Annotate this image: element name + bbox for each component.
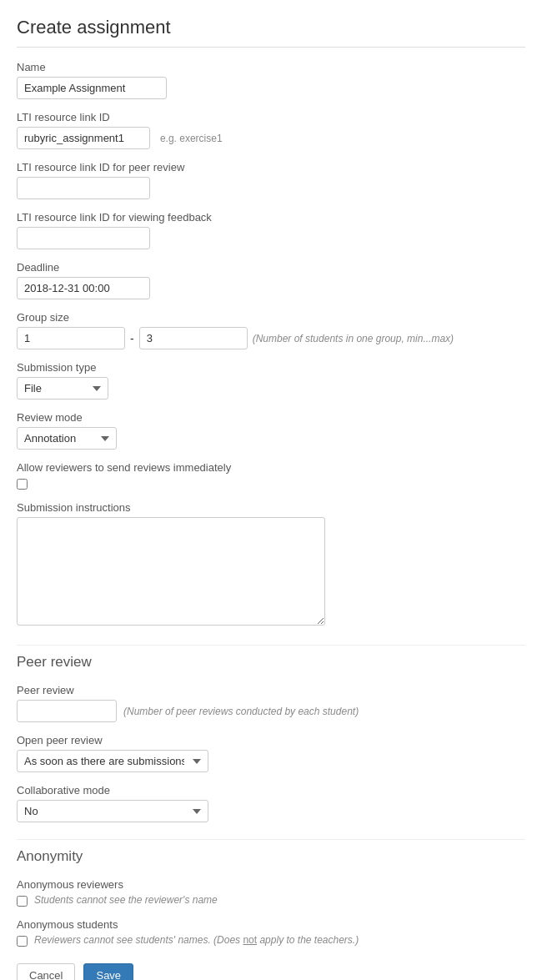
submission-type-group: Submission type File Text URL <box>17 361 525 400</box>
name-group: Name <box>17 61 525 99</box>
peer-review-title: Peer review <box>17 654 525 671</box>
collaborative-group: Collaborative mode No Yes <box>17 784 525 822</box>
submission-instructions-group: Submission instructions <box>17 501 525 628</box>
group-size-separator: - <box>130 332 134 345</box>
deadline-group: Deadline <box>17 261 525 299</box>
anonymous-students-hint: Reviewers cannot see students' names. (D… <box>34 934 359 946</box>
group-size-hint: (Number of students in one group, min...… <box>253 333 454 344</box>
save-button[interactable]: Save <box>83 963 133 980</box>
actions-row: Cancel Save <box>17 963 525 980</box>
anonymous-students-checkbox[interactable] <box>17 936 28 947</box>
group-min-input[interactable] <box>17 327 125 349</box>
allow-reviewers-row <box>17 477 525 490</box>
group-max-input[interactable] <box>139 327 248 349</box>
anonymous-reviewers-label: Anonymous reviewers <box>17 878 525 891</box>
lti-peer-input[interactable] <box>17 177 150 199</box>
peer-review-section: Peer review (Number of peer reviews cond… <box>17 684 525 822</box>
anonymity-title: Anonymity <box>17 848 525 865</box>
page-title: Create assignment <box>17 17 525 48</box>
allow-reviewers-label: Allow reviewers to send reviews immediat… <box>17 461 525 474</box>
lti-peer-label: LTI resource link ID for peer review <box>17 161 525 173</box>
anonymous-reviewers-checkbox[interactable] <box>17 896 28 907</box>
main-form: Name LTI resource link ID e.g. exercise1… <box>17 61 525 628</box>
lti-feedback-group: LTI resource link ID for viewing feedbac… <box>17 211 525 249</box>
anonymous-reviewers-hint: Students cannot see the reviewer's name <box>34 894 218 906</box>
deadline-input[interactable] <box>17 277 150 299</box>
peer-count-group: Peer review (Number of peer reviews cond… <box>17 684 525 722</box>
submission-instructions-textarea[interactable] <box>17 517 325 626</box>
anonymous-reviewers-row: Students cannot see the reviewer's name <box>17 894 525 907</box>
collaborative-select[interactable]: No Yes <box>17 800 208 822</box>
peer-count-input[interactable] <box>17 700 117 722</box>
lti-id-input[interactable] <box>17 127 150 149</box>
lti-feedback-input[interactable] <box>17 227 150 249</box>
lti-peer-group: LTI resource link ID for peer review <box>17 161 525 199</box>
anonymity-section: Anonymous reviewers Students cannot see … <box>17 878 525 947</box>
allow-reviewers-checkbox[interactable] <box>17 479 28 490</box>
collaborative-label: Collaborative mode <box>17 784 525 797</box>
anonymous-students-row: Reviewers cannot see students' names. (D… <box>17 934 525 947</box>
submission-type-label: Submission type <box>17 361 525 374</box>
lti-feedback-label: LTI resource link ID for viewing feedbac… <box>17 211 525 224</box>
allow-reviewers-group: Allow reviewers to send reviews immediat… <box>17 461 525 490</box>
lti-id-label: LTI resource link ID <box>17 111 525 123</box>
cancel-button[interactable]: Cancel <box>17 963 75 980</box>
submission-type-select[interactable]: File Text URL <box>17 377 108 400</box>
review-mode-group: Review mode Annotation Rubric Text <box>17 411 525 450</box>
group-size-label: Group size <box>17 311 525 324</box>
peer-count-label: Peer review <box>17 684 525 696</box>
review-mode-select[interactable]: Annotation Rubric Text <box>17 427 117 450</box>
submission-instructions-label: Submission instructions <box>17 501 525 514</box>
peer-review-divider <box>17 645 525 646</box>
anonymous-students-group: Anonymous students Reviewers cannot see … <box>17 918 525 947</box>
peer-count-hint: (Number of peer reviews conducted by eac… <box>123 706 359 717</box>
group-size-group: Group size - (Number of students in one … <box>17 311 525 349</box>
name-label: Name <box>17 61 525 73</box>
open-peer-group: Open peer review As soon as there are su… <box>17 734 525 772</box>
lti-id-hint: e.g. exercise1 <box>160 133 223 144</box>
review-mode-label: Review mode <box>17 411 525 424</box>
lti-id-group: LTI resource link ID e.g. exercise1 <box>17 111 525 149</box>
open-peer-select[interactable]: As soon as there are submissions After d… <box>17 750 208 772</box>
name-input[interactable] <box>17 77 167 99</box>
peer-count-row: (Number of peer reviews conducted by eac… <box>17 700 525 722</box>
anonymous-students-label: Anonymous students <box>17 918 525 931</box>
anonymous-reviewers-group: Anonymous reviewers Students cannot see … <box>17 878 525 907</box>
deadline-label: Deadline <box>17 261 525 274</box>
anonymity-divider <box>17 839 525 840</box>
group-size-row: - (Number of students in one group, min.… <box>17 327 525 349</box>
open-peer-label: Open peer review <box>17 734 525 746</box>
